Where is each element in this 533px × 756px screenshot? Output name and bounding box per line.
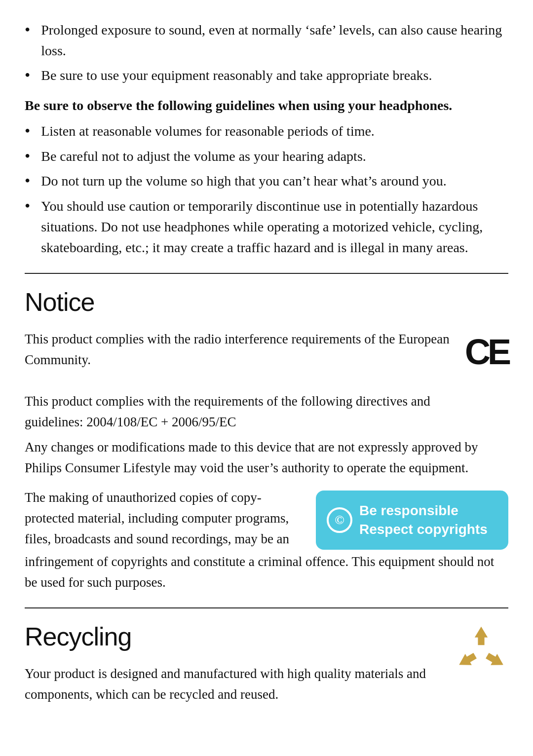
guideline-item-3: • Do not turn up the volume so high that… bbox=[25, 171, 508, 192]
bullet-text-1: Prolonged exposure to sound, even at nor… bbox=[41, 20, 508, 61]
notice-para3: Any changes or modifications made to thi… bbox=[25, 437, 508, 479]
guideline-item-2: • Be careful not to adjust the volume as… bbox=[25, 146, 508, 167]
recycling-para: Your product is designed and manufacture… bbox=[25, 664, 439, 705]
bullet-dot: • bbox=[25, 120, 30, 142]
copyright-badge-line2: Respect copyrights bbox=[359, 522, 488, 537]
recycle-svg bbox=[454, 622, 508, 677]
copyright-badge-text: Be responsible Respect copyrights bbox=[359, 501, 488, 539]
section-divider-recycling bbox=[25, 607, 508, 608]
svg-marker-1 bbox=[484, 650, 507, 671]
copyright-text-col: The making of unauthorized copies of cop… bbox=[25, 488, 301, 550]
guideline-text-2: Be careful not to adjust the volume as y… bbox=[41, 146, 366, 167]
top-bullet-list: • Prolonged exposure to sound, even at n… bbox=[25, 20, 508, 86]
bullet-item-1: • Prolonged exposure to sound, even at n… bbox=[25, 20, 508, 61]
section-divider-notice bbox=[25, 273, 508, 274]
guideline-item-4: • You should use caution or temporarily … bbox=[25, 196, 508, 258]
bullet-dot: • bbox=[25, 170, 30, 192]
bullet-dot: • bbox=[25, 195, 30, 217]
ce-mark: CE bbox=[465, 334, 508, 370]
notice-row-1: This product complies with the radio int… bbox=[25, 329, 508, 432]
bullet-dot: • bbox=[25, 145, 30, 167]
notice-title: Notice bbox=[25, 283, 508, 321]
notice-para2: This product complies with the requireme… bbox=[25, 394, 430, 429]
notice-para1: This product complies with the radio int… bbox=[25, 332, 450, 367]
guideline-text-1: Listen at reasonable volumes for reasona… bbox=[41, 121, 375, 142]
copyright-badge: © Be responsible Respect copyrights bbox=[316, 491, 508, 550]
recycling-icon bbox=[454, 622, 508, 682]
copyright-badge-line1: Be responsible bbox=[359, 503, 458, 518]
bullet-item-2: • Be sure to use your equipment reasonab… bbox=[25, 65, 508, 86]
guideline-text-4: You should use caution or temporarily di… bbox=[41, 196, 508, 258]
bullet-dot: • bbox=[25, 64, 30, 86]
guidelines-heading: Be sure to observe the following guideli… bbox=[25, 95, 508, 116]
notice-text-left: This product complies with the radio int… bbox=[25, 329, 465, 432]
copyright-continuation: infringement of copyrights and constitut… bbox=[25, 552, 508, 593]
recycling-section: Recycling Your product is designed and m… bbox=[25, 617, 508, 714]
copyright-para4-left: The making of unauthorized copies of cop… bbox=[25, 490, 289, 546]
bullet-dot: • bbox=[25, 19, 30, 41]
recycling-text-col: Recycling Your product is designed and m… bbox=[25, 617, 454, 714]
guideline-item-1: • Listen at reasonable volumes for reaso… bbox=[25, 121, 508, 142]
svg-marker-0 bbox=[475, 627, 488, 645]
copyright-circle-icon: © bbox=[327, 507, 352, 533]
svg-marker-2 bbox=[456, 650, 479, 671]
guideline-text-3: Do not turn up the volume so high that y… bbox=[41, 171, 446, 191]
notice-section: Notice This product complies with the ra… bbox=[25, 283, 508, 593]
bullet-text-2: Be sure to use your equipment reasonably… bbox=[41, 65, 432, 86]
copyright-row: The making of unauthorized copies of cop… bbox=[25, 488, 508, 550]
guidelines-bullet-list: • Listen at reasonable volumes for reaso… bbox=[25, 121, 508, 258]
recycling-title: Recycling bbox=[25, 617, 439, 656]
